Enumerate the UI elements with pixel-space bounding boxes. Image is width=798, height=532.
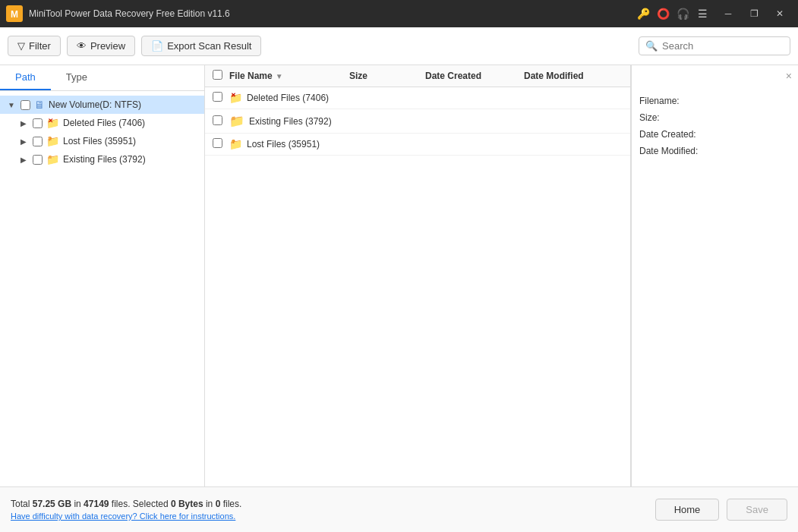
status-text: Total 57.25 GB in 47149 files. Selected … xyxy=(11,499,241,509)
header-checkbox-cell xyxy=(213,70,229,82)
total-size: 57.25 GB xyxy=(33,499,74,509)
preview-size-label: Size: xyxy=(639,112,660,123)
existing-label: Existing Files (3792) xyxy=(63,154,146,165)
existing-checkbox[interactable] xyxy=(33,155,43,165)
lost-toggle[interactable]: ▶ xyxy=(18,136,29,146)
preview-close-button[interactable]: × xyxy=(786,70,792,82)
filter-button[interactable]: ▽ Filter xyxy=(8,36,61,56)
files-text: files. xyxy=(112,499,131,509)
tree-item-existing[interactable]: ▶ 📁 Existing Files (3792) xyxy=(0,150,204,168)
app-logo: M xyxy=(6,5,23,22)
key-icon[interactable]: 🔑 xyxy=(636,6,651,21)
save-button[interactable]: Save xyxy=(727,499,787,521)
tree-root-checkbox[interactable] xyxy=(21,100,30,110)
export-button[interactable]: 📄 Export Scan Result xyxy=(141,36,261,56)
title-bar: M MiniTool Power Data Recovery Free Edit… xyxy=(0,0,798,27)
volume-icon: 🖥 xyxy=(34,99,45,111)
lost-label: Lost Files (35951) xyxy=(63,136,136,146)
help-link[interactable]: Have difficulty with data recovery? Clic… xyxy=(11,512,241,521)
preview-filename-label: Filename: xyxy=(639,96,680,106)
row-name-lost: Lost Files (35951) xyxy=(247,139,349,150)
deleted-toggle[interactable]: ▶ xyxy=(18,118,29,128)
search-box: 🔍 xyxy=(639,36,790,55)
search-icon: 🔍 xyxy=(645,40,658,52)
files-text2: files. xyxy=(223,499,242,509)
row-icon-deleted: 📁 ✕ xyxy=(229,92,242,104)
header-size[interactable]: Size xyxy=(349,71,425,81)
svg-text:M: M xyxy=(11,9,18,20)
status-bar: Total 57.25 GB in 47149 files. Selected … xyxy=(0,486,798,532)
content-split: File Name ▼ Size Date Created Date Modif… xyxy=(205,65,798,486)
preview-info: Filename: Size: Date Created: Date Modif… xyxy=(639,96,790,156)
in-text2: in xyxy=(206,499,213,509)
table-row[interactable]: 📁 ? Lost Files (35951) xyxy=(205,134,630,156)
header-date-created[interactable]: Date Created xyxy=(425,71,524,81)
row-icon-lost: 📁 ? xyxy=(229,138,242,150)
total-label: Total xyxy=(11,499,30,509)
row-name-deleted: Deleted Files (7406) xyxy=(247,93,349,103)
tab-path[interactable]: Path xyxy=(0,65,51,90)
deleted-checkbox[interactable] xyxy=(33,118,43,128)
title-bar-icons: 🔑 ⭕ 🎧 ☰ xyxy=(636,6,710,21)
file-table: File Name ▼ Size Date Created Date Modif… xyxy=(205,65,630,486)
existing-folder-icon: 📁 xyxy=(46,153,59,165)
row-checkbox-cell xyxy=(213,92,229,104)
toolbar: ▽ Filter 👁 Preview 📄 Export Scan Result … xyxy=(0,27,798,65)
home-button[interactable]: Home xyxy=(655,499,720,521)
preview-date-created-field: Date Created: xyxy=(639,129,790,140)
tree-area: ▼ 🖥 New Volume(D: NTFS) ▶ 📁 ✕ Deleted Fi… xyxy=(0,91,204,486)
headphones-icon[interactable]: 🎧 xyxy=(675,6,690,21)
preview-filename-field: Filename: xyxy=(639,96,790,106)
filter-label: Filter xyxy=(29,40,51,52)
in-text: in xyxy=(74,499,80,509)
tree-item-deleted[interactable]: ▶ 📁 ✕ Deleted Files (7406) xyxy=(0,114,204,132)
minimize-button[interactable]: ─ xyxy=(716,3,740,24)
circle-icon[interactable]: ⭕ xyxy=(655,6,670,21)
selected-size: 0 Bytes xyxy=(171,499,203,509)
preview-size-field: Size: xyxy=(639,112,790,123)
header-date-modified[interactable]: Date Modified xyxy=(524,71,623,81)
row-checkbox-lost[interactable] xyxy=(213,138,222,148)
status-left: Total 57.25 GB in 47149 files. Selected … xyxy=(11,499,241,521)
lost-folder-icon: 📁 ? xyxy=(46,135,59,147)
right-panel: File Name ▼ Size Date Created Date Modif… xyxy=(205,65,798,486)
table-row[interactable]: 📁 Existing Files (3792) xyxy=(205,109,630,134)
sort-arrow: ▼ xyxy=(276,72,283,80)
row-icon-existing: 📁 xyxy=(229,114,244,128)
export-icon: 📄 xyxy=(151,40,163,52)
status-buttons: Home Save xyxy=(655,499,787,521)
row-checkbox-existing[interactable] xyxy=(213,115,222,125)
table-header: File Name ▼ Size Date Created Date Modif… xyxy=(205,65,630,87)
preview-date-created-label: Date Created: xyxy=(639,129,696,140)
search-input[interactable] xyxy=(662,40,784,52)
tree-root-label: New Volume(D: NTFS) xyxy=(49,99,141,110)
header-filename[interactable]: File Name ▼ xyxy=(229,71,349,81)
tree-root-toggle[interactable]: ▼ xyxy=(6,99,17,110)
lost-checkbox[interactable] xyxy=(33,137,43,146)
existing-toggle[interactable]: ▶ xyxy=(18,154,29,165)
table-row[interactable]: 📁 ✕ Deleted Files (7406) xyxy=(205,87,630,109)
restore-button[interactable]: ❐ xyxy=(742,3,766,24)
row-name-existing: Existing Files (3792) xyxy=(249,116,349,127)
preview-panel: × Filename: Size: Date Created: Date Mod… xyxy=(631,65,798,486)
selected-files: 0 xyxy=(216,499,221,509)
total-files: 47149 xyxy=(84,499,109,509)
preview-icon: 👁 xyxy=(77,40,87,52)
preview-button[interactable]: 👁 Preview xyxy=(67,36,135,56)
file-list-area: File Name ▼ Size Date Created Date Modif… xyxy=(205,65,631,486)
row-checkbox-deleted[interactable] xyxy=(213,92,222,102)
app-title: MiniTool Power Data Recovery Free Editio… xyxy=(29,8,636,19)
selected-text: Selected xyxy=(133,499,169,509)
tree-root[interactable]: ▼ 🖥 New Volume(D: NTFS) xyxy=(0,96,204,114)
tree-item-lost[interactable]: ▶ 📁 ? Lost Files (35951) xyxy=(0,132,204,150)
filter-icon: ▽ xyxy=(17,40,25,52)
header-checkbox[interactable] xyxy=(213,70,222,80)
preview-label: Preview xyxy=(90,40,125,52)
tab-type[interactable]: Type xyxy=(51,65,103,90)
window-controls: ─ ❐ ✕ xyxy=(716,3,792,24)
menu-icon[interactable]: ☰ xyxy=(695,6,710,21)
main-content: Path Type ▼ 🖥 New Volume(D: NTFS) ▶ 📁 ✕ xyxy=(0,65,798,486)
close-button[interactable]: ✕ xyxy=(768,3,792,24)
deleted-label: Deleted Files (7406) xyxy=(63,118,145,128)
export-label: Export Scan Result xyxy=(167,40,251,52)
